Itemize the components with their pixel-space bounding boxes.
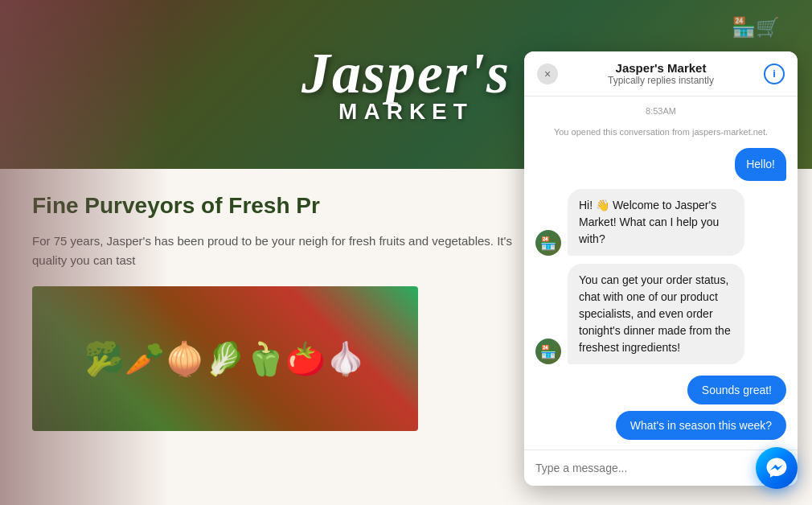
page-description: For 75 years, Jasper's has been proud to…: [32, 232, 515, 270]
chat-header-status: Typically replies instantly: [568, 75, 754, 86]
message-row-received-2: 🏪 You can get your order status, chat wi…: [535, 264, 786, 364]
chat-timestamp: 8:53AM: [535, 106, 786, 116]
message-row-sent-1: Hello!: [535, 148, 786, 181]
chat-bubble-sent-1: Hello!: [735, 148, 786, 181]
quick-reply-season[interactable]: What's in season this week?: [616, 411, 786, 440]
quick-reply-sounds-great[interactable]: Sounds great!: [687, 376, 786, 404]
chat-info-button[interactable]: i: [764, 64, 785, 84]
quick-replies-container: Sounds great! What's in season this week…: [535, 376, 786, 440]
veggie-image: [32, 286, 418, 431]
chat-messages: 8:53AM You opened this conversation from…: [524, 96, 798, 450]
chat-header-info: Jasper's Market Typically replies instan…: [568, 61, 754, 86]
chat-close-button[interactable]: ×: [537, 64, 558, 84]
messenger-icon: [765, 457, 788, 479]
bot-avatar-1: 🏪: [535, 230, 561, 256]
chat-bubble-received-1: Hi! 👋 Welcome to Jasper's Market! What c…: [568, 189, 744, 256]
chat-header: × Jasper's Market Typically replies inst…: [524, 51, 798, 96]
messenger-fab-button[interactable]: [756, 447, 798, 489]
chat-header-name: Jasper's Market: [568, 61, 754, 75]
message-row-received-1: 🏪 Hi! 👋 Welcome to Jasper's Market! What…: [535, 189, 786, 256]
chat-bubble-received-2: You can get your order status, chat with…: [568, 264, 744, 364]
brand-title: Jasper's: [301, 44, 511, 102]
chat-system-message: You opened this conversation from jasper…: [535, 127, 786, 137]
bot-avatar-2: 🏪: [535, 339, 561, 364]
chat-widget: × Jasper's Market Typically replies inst…: [524, 51, 798, 486]
shelf-decoration: 🏪🛒: [732, 16, 780, 39]
chat-message-input[interactable]: [535, 462, 758, 474]
hero-content: Jasper's MARKET: [301, 44, 511, 125]
